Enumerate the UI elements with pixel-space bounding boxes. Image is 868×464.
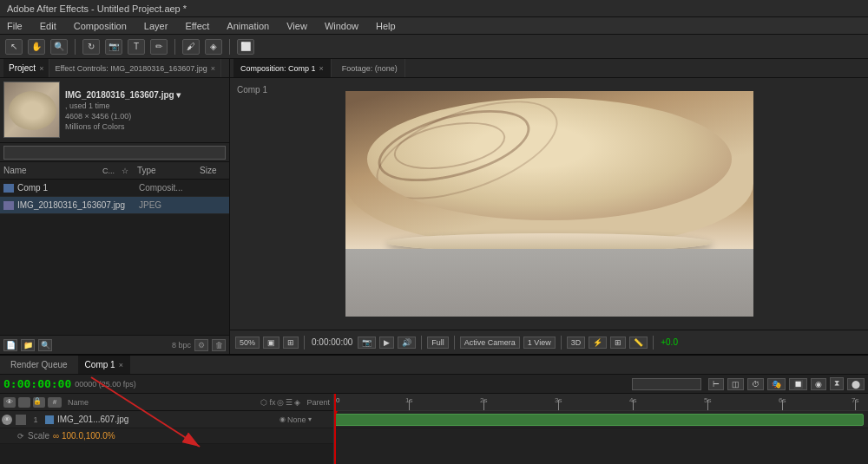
menu-window[interactable]: Window <box>321 21 362 31</box>
new-item-btn[interactable]: 📄 <box>3 339 17 351</box>
tl-btn4[interactable]: 🎭 <box>767 378 786 390</box>
parent-chevron[interactable]: ▾ <box>308 415 312 423</box>
table-row[interactable]: 👁 1 IMG_201...607.jpg ◉ None ▾ <box>0 411 333 428</box>
toolbar-hand[interactable]: ✋ <box>28 39 45 55</box>
food-bg <box>345 91 753 317</box>
tl-collapse[interactable]: # <box>48 397 62 408</box>
tl-btn8[interactable]: ⬤ <box>847 378 865 390</box>
title-bar: Adobe After Effects - Untitled Project.a… <box>0 0 868 17</box>
tl-btn1[interactable]: ⊢ <box>708 378 724 390</box>
vc-quality-btn[interactable]: Full <box>427 337 449 349</box>
toolbar-brush[interactable]: 🖌 <box>182 39 200 55</box>
vc-sep2 <box>421 336 422 350</box>
layer-bar[interactable] <box>334 414 864 426</box>
layer-name: IMG_201...607.jpg <box>57 415 278 424</box>
tl-search[interactable] <box>632 378 701 390</box>
file-list-header: Name C... ☆ Type Size <box>0 162 229 180</box>
vc-ruler-btn[interactable]: 📏 <box>629 337 648 349</box>
toolbar-pen[interactable]: ✏ <box>150 39 168 55</box>
search-btn[interactable]: 🔍 <box>38 339 52 351</box>
project-preview: IMG_20180316_163607.jpg ▾ , used 1 time … <box>0 78 229 143</box>
menu-layer[interactable]: Layer <box>141 21 172 31</box>
tl-audio-toggle[interactable] <box>18 397 30 408</box>
tl-controls-row: 👁 🔒 # Name ⬡ fx ◎ ☰ ◈ Parent <box>0 394 333 411</box>
file-list: Comp 1 Composit... IMG_20180316_163607.j… <box>0 180 229 335</box>
bowl-body <box>345 91 753 245</box>
ruler-label-6s: 6s <box>779 396 786 404</box>
toolbar-rotate[interactable]: ↻ <box>82 39 100 55</box>
menu-bar: File Edit Composition Layer Effect Anima… <box>0 17 868 35</box>
tl-btn5[interactable]: 🔲 <box>789 378 807 390</box>
viewer-panel: Composition: Comp 1 × Footage: (none) Co… <box>230 59 868 354</box>
tl-lock-toggle[interactable]: 🔒 <box>33 397 45 408</box>
menu-help[interactable]: Help <box>372 21 399 31</box>
vc-audio-btn[interactable]: 🔊 <box>398 337 416 349</box>
bpc-label: 8 bpc <box>172 341 191 350</box>
toolbar-select[interactable]: ↖ <box>5 39 23 55</box>
menu-view[interactable]: View <box>283 21 311 31</box>
tl-vis-toggle[interactable]: 👁 <box>3 397 16 408</box>
menu-composition[interactable]: Composition <box>70 21 130 31</box>
tl-btn7[interactable]: ⧗ <box>830 377 844 390</box>
col-type: Type <box>137 166 198 175</box>
project-dimensions: 4608 × 3456 (1.00) <box>65 112 181 121</box>
tl-btn3[interactable]: ⏱ <box>747 378 764 390</box>
vc-sep5 <box>653 336 654 350</box>
menu-edit[interactable]: Edit <box>36 21 60 31</box>
project-thumbnail <box>3 82 60 138</box>
vc-fast-btn[interactable]: ⚡ <box>589 337 607 349</box>
vc-snap-btn[interactable]: 📷 <box>358 337 376 349</box>
toolbar-camera[interactable]: 📷 <box>105 39 122 55</box>
menu-effect[interactable]: Effect <box>181 21 213 31</box>
vc-views-btn[interactable]: 1 View <box>523 337 556 349</box>
vc-fit-btn[interactable]: ▣ <box>263 337 279 349</box>
toolbar-zoom[interactable]: 🔍 <box>50 39 68 55</box>
vc-grid-btn[interactable]: ⊞ <box>283 337 299 349</box>
project-tab-close[interactable]: × <box>39 64 43 73</box>
scale-value: ∞ 100.0,100.0% <box>53 431 115 441</box>
vc-overlay-value: +0.0 <box>659 337 680 347</box>
comp-tab-close[interactable]: × <box>119 361 123 369</box>
tl-ctrl1[interactable]: ⬡ <box>260 398 267 407</box>
toolbar-clone[interactable]: ◈ <box>205 39 222 55</box>
panel-bottom-bar: 📄 📁 🔍 8 bpc ⚙ 🗑 <box>0 335 229 354</box>
project-tab[interactable]: Project × <box>3 59 49 77</box>
menu-file[interactable]: File <box>3 21 26 31</box>
tl-ctrl4[interactable]: ☰ <box>286 398 293 407</box>
tl-ctrl3[interactable]: ◎ <box>277 398 284 407</box>
delete-btn[interactable]: 🗑 <box>212 339 226 351</box>
viewer-tab-comp-close[interactable]: × <box>319 64 324 73</box>
search-input[interactable] <box>3 146 226 160</box>
vc-camera-btn[interactable]: Active Camera <box>460 337 520 349</box>
viewer-tab-footage[interactable]: Footage: (none) <box>335 59 405 77</box>
ruler-label-1s: 1s <box>405 396 412 404</box>
new-folder-btn[interactable]: 📁 <box>21 339 35 351</box>
tl-ctrl2[interactable]: fx <box>269 398 275 407</box>
effect-controls-tab-close[interactable]: × <box>211 64 215 73</box>
toolbar-text[interactable]: T <box>128 39 145 55</box>
render-queue-tab[interactable]: Render Queue <box>3 356 75 374</box>
vc-grid2-btn[interactable]: ⊞ <box>610 337 626 349</box>
col-size: Size <box>200 166 226 175</box>
layer-vis[interactable]: 👁 <box>2 415 12 425</box>
layer-color-chip <box>45 415 54 424</box>
col-sort1[interactable]: C... <box>102 167 120 175</box>
list-item[interactable]: Comp 1 Composit... <box>0 180 229 197</box>
toolbar-shape[interactable]: ⬜ <box>237 39 254 55</box>
list-item[interactable]: IMG_20180316_163607.jpg JPEG <box>0 197 229 214</box>
effect-controls-tab[interactable]: Effect Controls: IMG_20180316_163607.jpg… <box>49 59 221 77</box>
parent-icon: ◉ <box>279 415 286 423</box>
ruler-label-3s: 3s <box>555 396 562 404</box>
tl-ctrl5[interactable]: ◈ <box>294 398 300 407</box>
vc-3d-btn[interactable]: 3D <box>567 337 586 349</box>
layer-audio[interactable] <box>16 415 26 425</box>
tl-btn6[interactable]: ◉ <box>811 378 826 390</box>
viewer-tab-comp[interactable]: Composition: Comp 1 × <box>233 59 332 77</box>
settings-btn[interactable]: ⚙ <box>194 339 208 351</box>
vc-zoom-btn[interactable]: 50% <box>235 337 260 349</box>
col-sort2[interactable]: ☆ <box>122 167 135 175</box>
tl-btn2[interactable]: ◫ <box>727 378 744 390</box>
menu-animation[interactable]: Animation <box>223 21 273 31</box>
comp-tab[interactable]: Comp 1 × <box>78 356 130 374</box>
vc-preview-btn[interactable]: ▶ <box>379 337 394 349</box>
